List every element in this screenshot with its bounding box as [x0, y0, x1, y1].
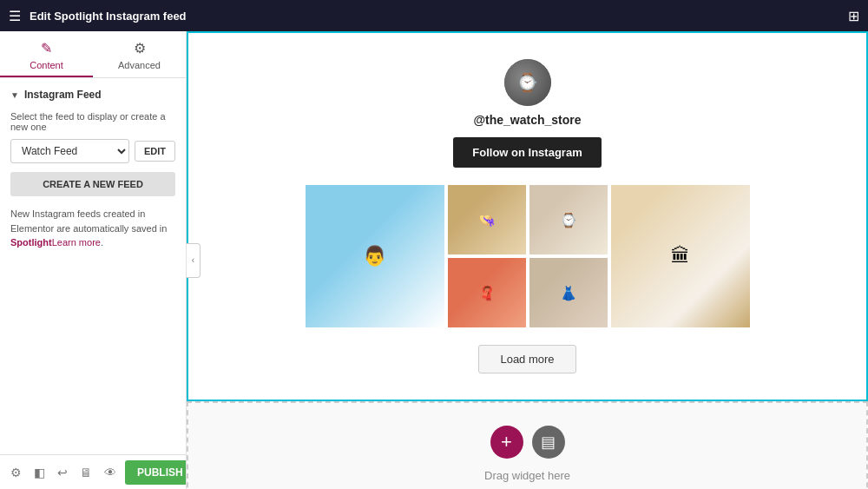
tab-content[interactable]: ✎ Content [0, 31, 93, 77]
section-title: Instagram Feed [24, 89, 102, 101]
desktop-icon[interactable]: 🖥 [76, 462, 95, 483]
tab-advanced[interactable]: ⚙ Advanced [93, 31, 186, 77]
learn-more-link[interactable]: Learn more [52, 237, 101, 248]
photo-3-image: ⌚ [529, 185, 608, 254]
sidebar-tabs: ✎ Content ⚙ Advanced [0, 31, 186, 78]
drop-zone-text: Drag widget here [484, 469, 570, 482]
content-tab-icon: ✎ [41, 40, 52, 56]
photo-cell-4: 🏛 [611, 185, 750, 327]
photo-2-image: 👒 [448, 185, 526, 254]
widget-inner: ⌚ @the_watch_store Follow on Instagram 👨… [188, 33, 866, 400]
photo-grid: 👨 👒 ⌚ 🏛 🧣 [306, 185, 750, 327]
feed-select-row: Watch Feed EDIT [10, 139, 175, 163]
tab-advanced-label: Advanced [118, 60, 161, 70]
section-header: ▼ Instagram Feed [10, 89, 175, 101]
photo-6-image: 👗 [529, 258, 608, 327]
publish-button[interactable]: PUBLISH [125, 460, 187, 485]
photo-5-image: 🧣 [448, 258, 526, 327]
canvas: ⌚ @the_watch_store Follow on Instagram 👨… [187, 31, 868, 489]
folder-icon[interactable]: ▤ [532, 426, 565, 459]
photo-cell-5: 🧣 [448, 258, 526, 327]
tab-content-label: Content [30, 60, 63, 70]
feed-select[interactable]: Watch Feed [10, 139, 129, 163]
spotlight-label: Spotlight [10, 237, 52, 248]
create-feed-button[interactable]: CREATE A NEW FEED [10, 172, 175, 196]
add-widget-button[interactable]: + [490, 426, 523, 459]
sidebar: ✎ Content ⚙ Advanced ▼ Instagram Feed Se… [0, 31, 187, 489]
photo-4-image: 🏛 [611, 185, 750, 327]
top-bar-title: Edit Spotlight Instagram feed [30, 10, 839, 23]
avatar-image: ⌚ [504, 59, 551, 106]
photo-1-image: 👨 [306, 185, 444, 327]
photo-cell-6: 👗 [529, 258, 608, 327]
info-text: New Instagram feeds created in Elementor… [10, 207, 175, 250]
feed-select-label: Select the feed to display or create a n… [10, 111, 175, 132]
undo-icon[interactable]: ↩ [54, 462, 71, 483]
drop-zone: + ▤ Drag widget here [187, 401, 868, 489]
grid-icon[interactable]: ⊞ [848, 8, 859, 24]
section-arrow: ▼ [10, 90, 19, 100]
layers-icon[interactable]: ◧ [30, 462, 49, 483]
eye-icon[interactable]: 👁 [101, 462, 120, 483]
photo-cell-3: ⌚ [529, 185, 608, 254]
avatar: ⌚ [504, 59, 551, 106]
info-text-before: New Instagram feeds created in Elementor… [10, 208, 167, 234]
username: @the_watch_store [473, 113, 581, 127]
top-bar: ☰ Edit Spotlight Instagram feed ⊞ [0, 0, 868, 31]
main-layout: ✎ Content ⚙ Advanced ▼ Instagram Feed Se… [0, 31, 868, 489]
drop-zone-icons: + ▤ [490, 426, 565, 459]
edit-button[interactable]: EDIT [135, 141, 175, 162]
photo-cell-1: 👨 [306, 185, 444, 327]
photo-cell-2: 👒 [448, 185, 526, 254]
sidebar-content: ▼ Instagram Feed Select the feed to disp… [0, 78, 186, 454]
follow-button[interactable]: Follow on Instagram [453, 137, 601, 168]
widget-section: ⌚ @the_watch_store Follow on Instagram 👨… [187, 31, 868, 401]
sidebar-collapse-handle[interactable]: ‹ [187, 243, 201, 278]
sidebar-bottom: ⚙ ◧ ↩ 🖥 👁 PUBLISH ▼ [0, 454, 186, 489]
menu-icon[interactable]: ☰ [9, 8, 21, 24]
load-more-button[interactable]: Load more [478, 345, 575, 373]
settings-icon[interactable]: ⚙ [7, 462, 25, 483]
advanced-tab-icon: ⚙ [134, 40, 146, 56]
